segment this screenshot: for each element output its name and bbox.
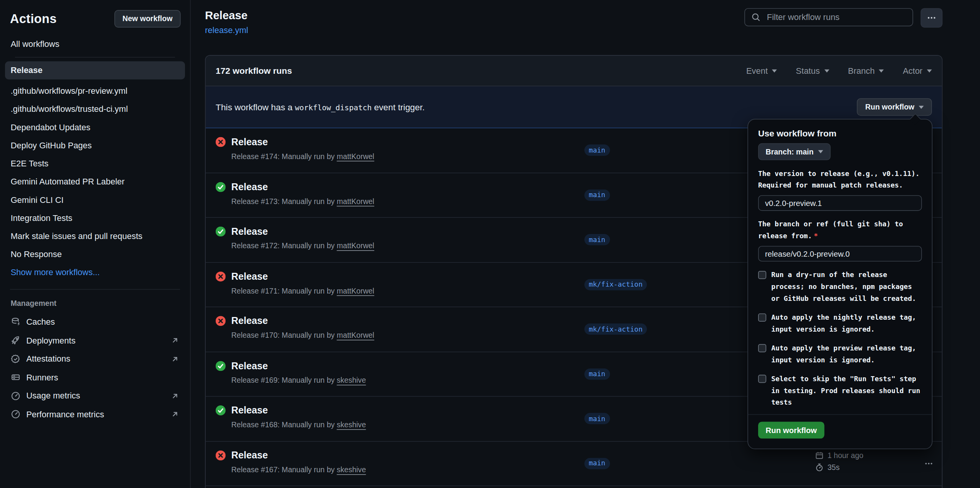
sidebar-item-runners[interactable]: Runners (0, 368, 190, 387)
branch-badge[interactable]: mk/fix-action (584, 279, 647, 290)
sidebar-item-mark-stale-issues-and-pull-requests[interactable]: Mark stale issues and pull requests (5, 227, 185, 245)
workflow-file-link[interactable]: release.yml (205, 26, 248, 35)
run-options-button[interactable] (924, 459, 933, 468)
runs-count: 172 workflow runs (216, 66, 292, 76)
run-title-link[interactable]: Release (231, 226, 268, 237)
sidebar-item-all-workflows[interactable]: All workflows (5, 35, 185, 53)
branch-badge[interactable]: main (584, 189, 610, 201)
checkbox-label: Auto apply the nightly release tag, inpu… (771, 312, 922, 335)
sidebar-divider (15, 57, 175, 58)
run-title-link[interactable]: Release (231, 315, 268, 327)
branch-badge[interactable]: main (584, 145, 610, 156)
x-circle-icon (216, 316, 226, 326)
workflow-options-button[interactable] (921, 8, 942, 27)
sidebar-item-performance-metrics[interactable]: Performance metrics (0, 405, 190, 423)
chevron-down-icon (772, 69, 777, 72)
show-more-workflows-link[interactable]: Show more workflows... (5, 263, 185, 281)
run-meta: 1 hour ago 35s (815, 450, 863, 473)
actor-link[interactable]: mattKorwel (337, 152, 374, 161)
sidebar-item-integration-tests[interactable]: Integration Tests (5, 209, 185, 227)
chevron-down-icon (824, 69, 829, 72)
x-circle-icon (216, 271, 226, 281)
server-icon (11, 372, 21, 382)
checkbox-3[interactable] (758, 375, 766, 383)
sidebar-item-usage-metrics[interactable]: Usage metrics (0, 387, 190, 405)
run-title-link[interactable]: Release (231, 450, 268, 461)
branch-badge[interactable]: main (584, 413, 610, 424)
actor-link[interactable]: mattKorwel (337, 197, 374, 206)
branch-badge[interactable]: main (584, 234, 610, 245)
dialog-checkbox-row: Run a dry-run of the release process; no… (758, 269, 922, 305)
sidebar-item-attestations[interactable]: Attestations (0, 350, 190, 368)
actor-link[interactable]: skeshive (337, 465, 366, 474)
dialog-checkbox-row: Auto apply the nightly release tag, inpu… (758, 312, 922, 335)
dialog-field-input-1[interactable] (758, 246, 922, 262)
branch-badge[interactable]: mk/fix-action (584, 324, 647, 335)
dialog-divider (748, 414, 932, 415)
sidebar-item-release[interactable]: Release (5, 61, 185, 80)
workflow-nav: All workflows Release.github/workflows/p… (0, 29, 190, 282)
run-title-link[interactable]: Release (231, 360, 268, 371)
new-workflow-button[interactable]: New workflow (114, 10, 181, 28)
sidebar-item-github-workflows-trusted-ci-yml[interactable]: .github/workflows/trusted-ci.yml (5, 100, 185, 118)
sidebar-item-github-workflows-pr-review-yml[interactable]: .github/workflows/pr-review.yml (5, 82, 185, 100)
filter-actor[interactable]: Actor (903, 66, 932, 75)
dialog-field-input-0[interactable] (758, 195, 922, 211)
run-title-link[interactable]: Release (231, 271, 268, 282)
sidebar-item-e2e-tests[interactable]: E2E Tests (5, 154, 185, 173)
dialog-checkbox-row: Select to skip the "Run Tests" step in t… (758, 373, 922, 408)
actor-link[interactable]: skeshive (337, 420, 366, 429)
workflow-title-block: Release release.yml (205, 8, 248, 35)
run-title-link[interactable]: Release (231, 405, 268, 416)
checkbox-label: Select to skip the "Run Tests" step in t… (771, 373, 922, 408)
branch-selector-button[interactable]: Branch: main (758, 143, 830, 160)
workflow-dispatch-code: workflow_dispatch (295, 103, 372, 112)
workflow-list: Release.github/workflows/pr-review.yml.g… (5, 61, 185, 264)
sidebar-item-caches[interactable]: Caches (0, 313, 190, 331)
management-list: CachesDeploymentsAttestationsRunnersUsag… (0, 313, 190, 423)
sidebar: Actions New workflow All workflows Relea… (0, 0, 191, 488)
actor-link[interactable]: mattKorwel (337, 286, 374, 295)
run-title-link[interactable]: Release (231, 136, 268, 148)
filter-status[interactable]: Status (796, 66, 829, 75)
run-workflow-dialog: Use workflow from Branch: main The versi… (747, 119, 932, 449)
arrow-up-right-icon (171, 337, 179, 344)
run-workflow-submit-button[interactable]: Run workflow (758, 422, 825, 438)
checkbox-0[interactable] (758, 271, 766, 279)
sidebar-item-deployments[interactable]: Deployments (0, 331, 190, 350)
sidebar-item-deploy-github-pages[interactable]: Deploy GitHub Pages (5, 136, 185, 154)
chevron-down-icon (927, 69, 932, 72)
run-workflow-dropdown-button[interactable]: Run workflow (857, 98, 932, 116)
actor-link[interactable]: mattKorwel (337, 241, 374, 250)
check-circle-icon (216, 182, 226, 192)
header-actions (744, 8, 942, 27)
sidebar-item-gemini-cli-ci[interactable]: Gemini CLI CI (5, 191, 185, 209)
actor-link[interactable]: mattKorwel (337, 331, 374, 340)
filter-branch[interactable]: Branch (848, 66, 884, 75)
branch-badge[interactable]: main (584, 458, 610, 469)
checkbox-1[interactable] (758, 314, 766, 322)
sidebar-item-gemini-automated-pr-labeler[interactable]: Gemini Automated PR Labeler (5, 173, 185, 191)
sidebar-item-dependabot-updates[interactable]: Dependabot Updates (5, 118, 185, 136)
chevron-down-icon (919, 105, 924, 108)
rocket-icon (11, 335, 21, 345)
stopwatch-icon (815, 463, 824, 472)
filter-workflow-runs-input[interactable] (766, 12, 906, 23)
sidebar-header: Actions New workflow (0, 9, 190, 29)
verified-icon (11, 354, 21, 364)
check-circle-icon (216, 226, 226, 236)
filter-event[interactable]: Event (746, 66, 777, 75)
search-icon (751, 13, 760, 22)
arrow-up-right-icon (171, 410, 179, 418)
branch-badge[interactable]: main (584, 368, 610, 380)
actor-link[interactable]: skeshive (337, 376, 366, 385)
filter-workflow-runs-field[interactable] (744, 8, 913, 26)
sidebar-divider (10, 289, 180, 290)
dialog-checkbox-row: Auto apply the preview release tag, inpu… (758, 342, 922, 366)
runs-list-header: 172 workflow runs EventStatusBranchActor (206, 56, 942, 86)
checkbox-2[interactable] (758, 344, 766, 352)
check-circle-icon (216, 361, 226, 371)
actions-page: Actions New workflow All workflows Relea… (0, 0, 980, 488)
run-title-link[interactable]: Release (231, 181, 268, 192)
sidebar-item-no-response[interactable]: No Response (5, 245, 185, 263)
